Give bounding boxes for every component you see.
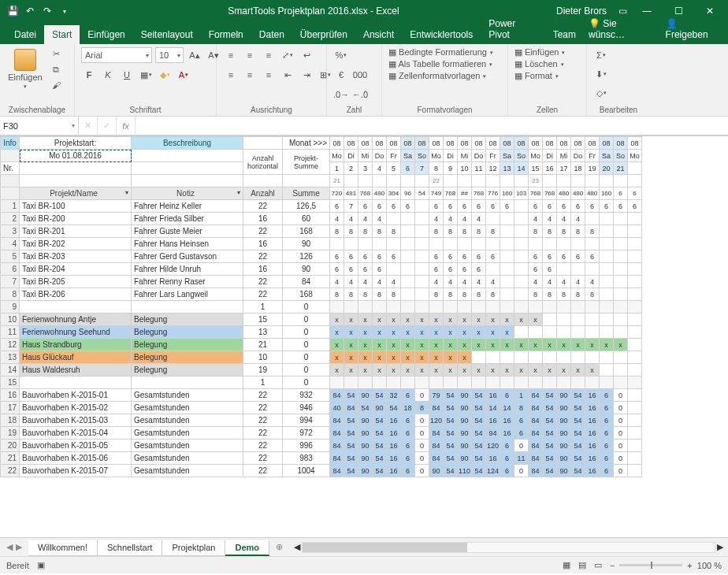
cell[interactable]: 0 bbox=[283, 351, 330, 364]
cell[interactable] bbox=[415, 276, 429, 288]
cell[interactable]: 1004 bbox=[283, 465, 330, 477]
cell[interactable]: 6 bbox=[1, 263, 20, 276]
cut-icon[interactable]: ✂ bbox=[49, 47, 63, 60]
cell[interactable]: 9 bbox=[444, 162, 458, 175]
cell[interactable]: 120 bbox=[429, 414, 444, 427]
cell[interactable] bbox=[472, 175, 486, 187]
cell[interactable] bbox=[387, 213, 401, 225]
cell[interactable] bbox=[614, 313, 628, 326]
cell[interactable]: 08 bbox=[344, 137, 358, 150]
cell[interactable]: 08 bbox=[330, 137, 344, 150]
cell[interactable]: Di bbox=[444, 150, 458, 162]
cell[interactable]: 11 bbox=[472, 162, 486, 175]
cell[interactable]: x bbox=[614, 339, 628, 351]
cell[interactable]: x bbox=[429, 364, 444, 377]
cell[interactable]: 54 bbox=[373, 440, 387, 452]
cell[interactable]: 3 bbox=[358, 162, 373, 175]
cell[interactable]: 16 bbox=[243, 263, 283, 276]
cell[interactable] bbox=[415, 238, 429, 250]
cell[interactable]: Mo bbox=[429, 150, 444, 162]
cell[interactable]: x bbox=[543, 339, 557, 351]
inc-decimal-icon[interactable]: .0→ bbox=[333, 87, 349, 102]
cell[interactable]: x bbox=[415, 313, 429, 326]
cell[interactable]: 6 bbox=[500, 452, 514, 465]
cell[interactable]: 8 bbox=[429, 288, 444, 301]
cell[interactable]: 6 bbox=[358, 200, 373, 213]
cell[interactable]: 6 bbox=[486, 200, 500, 213]
cell[interactable]: 54 bbox=[344, 427, 358, 440]
cell[interactable]: x bbox=[458, 326, 472, 339]
cell[interactable]: 6 bbox=[600, 427, 614, 440]
cell[interactable]: 90 bbox=[557, 402, 571, 414]
cell[interactable]: 22 bbox=[243, 402, 283, 414]
cell[interactable]: x bbox=[600, 339, 614, 351]
cell[interactable]: x bbox=[458, 339, 472, 351]
cell[interactable] bbox=[614, 175, 628, 187]
cell[interactable] bbox=[529, 326, 543, 339]
cell[interactable]: 6 bbox=[500, 465, 514, 477]
cell[interactable] bbox=[387, 301, 401, 313]
cell[interactable]: 84 bbox=[330, 465, 344, 477]
cell[interactable]: 84 bbox=[429, 452, 444, 465]
cell[interactable]: x bbox=[529, 313, 543, 326]
cell[interactable]: 84 bbox=[529, 452, 543, 465]
cell[interactable]: 90 bbox=[358, 440, 373, 452]
cell[interactable] bbox=[415, 288, 429, 301]
cell[interactable]: Gesamtstunden bbox=[132, 402, 243, 414]
cell[interactable]: 54 bbox=[472, 389, 486, 402]
cell[interactable] bbox=[472, 238, 486, 250]
cell[interactable] bbox=[472, 301, 486, 313]
cell[interactable] bbox=[514, 276, 529, 288]
cell[interactable]: 54 bbox=[444, 389, 458, 402]
ribbon-tab-power pivot[interactable]: Power Pivot bbox=[481, 14, 544, 44]
cell[interactable] bbox=[614, 238, 628, 250]
cell[interactable]: 8 bbox=[458, 288, 472, 301]
cell[interactable]: 90 bbox=[373, 402, 387, 414]
sheet-tab[interactable]: Projektplan bbox=[162, 540, 225, 556]
cell[interactable] bbox=[600, 225, 614, 238]
share-button[interactable]: 👤 Freigeben bbox=[658, 14, 728, 44]
cell[interactable]: 90 bbox=[557, 452, 571, 465]
cell[interactable]: 160 bbox=[600, 187, 614, 200]
cell[interactable] bbox=[486, 351, 500, 364]
cell[interactable] bbox=[514, 377, 529, 389]
cell[interactable]: 8 bbox=[529, 288, 543, 301]
cell[interactable]: x bbox=[472, 339, 486, 351]
cell[interactable]: x bbox=[514, 364, 529, 377]
cell[interactable] bbox=[243, 175, 283, 187]
cell[interactable] bbox=[415, 377, 429, 389]
cell[interactable]: 90 bbox=[557, 440, 571, 452]
format-painter-icon[interactable]: 🖌 bbox=[49, 79, 63, 91]
cell[interactable]: Mi bbox=[458, 150, 472, 162]
cell[interactable]: 6 bbox=[458, 200, 472, 213]
cell[interactable]: 4 bbox=[330, 276, 344, 288]
cell[interactable]: 54 bbox=[571, 465, 585, 477]
cell[interactable] bbox=[330, 301, 344, 313]
cell[interactable]: 168 bbox=[283, 225, 330, 238]
cell[interactable]: 90 bbox=[358, 389, 373, 402]
cell[interactable]: x bbox=[387, 351, 401, 364]
cell[interactable]: 8 bbox=[458, 225, 472, 238]
cell[interactable] bbox=[628, 440, 642, 452]
cell[interactable]: 481 bbox=[344, 187, 358, 200]
cell[interactable] bbox=[628, 313, 642, 326]
cell[interactable] bbox=[415, 250, 429, 263]
cell[interactable]: Di bbox=[344, 150, 358, 162]
cell[interactable] bbox=[529, 351, 543, 364]
cell[interactable]: 15 bbox=[1, 377, 20, 389]
cell[interactable]: Haus Waldesruh bbox=[20, 364, 132, 377]
cell[interactable]: 749 bbox=[429, 187, 444, 200]
style-item[interactable]: ▦ Als Tabelle formatieren ▾ bbox=[388, 59, 493, 69]
cell[interactable] bbox=[373, 377, 387, 389]
cell[interactable]: x bbox=[387, 326, 401, 339]
cell[interactable]: 16 bbox=[243, 238, 283, 250]
cell[interactable]: 15 bbox=[243, 313, 283, 326]
cell[interactable]: Projekt/Name ▾ bbox=[20, 187, 132, 200]
cell[interactable] bbox=[614, 364, 628, 377]
cell[interactable] bbox=[429, 238, 444, 250]
indent-dec-icon[interactable]: ⇤ bbox=[280, 67, 295, 83]
cell[interactable]: 6 bbox=[444, 263, 458, 276]
qat-more-icon[interactable]: ▾ bbox=[58, 5, 71, 17]
cell[interactable]: 126,5 bbox=[283, 200, 330, 213]
cell[interactable]: 84 bbox=[429, 402, 444, 414]
